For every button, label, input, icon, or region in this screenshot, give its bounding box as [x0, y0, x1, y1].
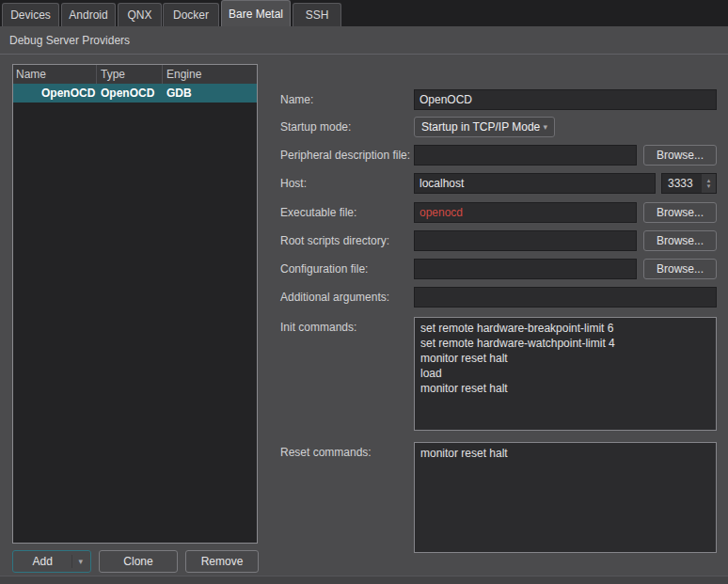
startup-mode-value: Startup in TCP/IP Mode	[421, 120, 540, 134]
init-commands-textarea[interactable]: set remote hardware-breakpoint-limit 6 s…	[414, 317, 717, 431]
column-header-engine[interactable]: Engine	[163, 65, 257, 84]
column-header-type[interactable]: Type	[97, 65, 163, 84]
startup-mode-select[interactable]: Startup in TCP/IP Mode ▾	[414, 117, 555, 137]
peripheral-file-input[interactable]	[414, 145, 637, 166]
provider-name: OpenOCD	[13, 84, 97, 103]
name-label: Name:	[280, 93, 313, 106]
chevron-down-icon: ▾	[543, 122, 547, 132]
host-label: Host:	[280, 177, 307, 190]
tab-bar: Devices Android QNX Docker Bare Metal SS…	[0, 0, 728, 26]
peripheral-file-browse-button[interactable]: Browse...	[643, 145, 717, 166]
executable-label: Executable file:	[280, 206, 356, 219]
init-commands-label: Init commands:	[280, 321, 356, 334]
remove-button[interactable]: Remove	[185, 550, 259, 573]
name-input[interactable]	[414, 89, 717, 110]
host-input[interactable]	[414, 173, 656, 194]
additional-args-input[interactable]	[414, 287, 717, 308]
provider-type: OpenOCD	[97, 84, 163, 103]
clone-button[interactable]: Clone	[99, 550, 178, 573]
provider-row-openocd[interactable]: OpenOCD OpenOCD GDB	[13, 84, 257, 103]
executable-browse-button[interactable]: Browse...	[643, 202, 717, 223]
root-scripts-label: Root scripts directory:	[280, 234, 389, 247]
chevron-down-icon: ▾	[71, 555, 83, 568]
config-file-browse-button[interactable]: Browse...	[643, 259, 717, 279]
tab-android[interactable]: Android	[61, 3, 116, 26]
column-header-name[interactable]: Name	[13, 65, 97, 84]
tab-ssh[interactable]: SSH	[293, 3, 341, 26]
additional-args-label: Additional arguments:	[280, 291, 389, 304]
executable-input[interactable]	[414, 202, 637, 223]
add-button[interactable]: Add ▾	[12, 550, 91, 573]
window-bottom-strip	[0, 576, 728, 584]
port-spinbox[interactable]: 3333 ▲ ▼	[661, 173, 717, 194]
tab-qnx[interactable]: QNX	[118, 3, 162, 26]
spinner-arrows[interactable]: ▲ ▼	[702, 174, 716, 193]
reset-commands-label: Reset commands:	[280, 446, 372, 459]
tab-bare-metal[interactable]: Bare Metal	[221, 0, 291, 26]
peripheral-file-label: Peripheral description file:	[280, 149, 410, 162]
port-value: 3333	[662, 174, 702, 193]
root-scripts-input[interactable]	[414, 230, 637, 251]
providers-list-header: Name Type Engine	[13, 65, 257, 84]
config-file-input[interactable]	[414, 259, 637, 279]
tab-devices[interactable]: Devices	[2, 3, 59, 26]
startup-mode-label: Startup mode:	[280, 120, 351, 134]
root-scripts-browse-button[interactable]: Browse...	[643, 230, 717, 251]
page-title: Debug Server Providers	[9, 34, 130, 47]
provider-engine: GDB	[163, 84, 257, 103]
tab-docker[interactable]: Docker	[163, 3, 219, 26]
reset-commands-textarea[interactable]: monitor reset halt	[414, 442, 717, 553]
add-button-label: Add	[13, 555, 71, 568]
spin-down-icon[interactable]: ▼	[706, 183, 712, 189]
config-file-label: Configuration file:	[280, 262, 368, 276]
providers-list: Name Type Engine OpenOCD OpenOCD GDB	[12, 64, 258, 544]
section-title-bar: Debug Server Providers	[0, 26, 728, 55]
